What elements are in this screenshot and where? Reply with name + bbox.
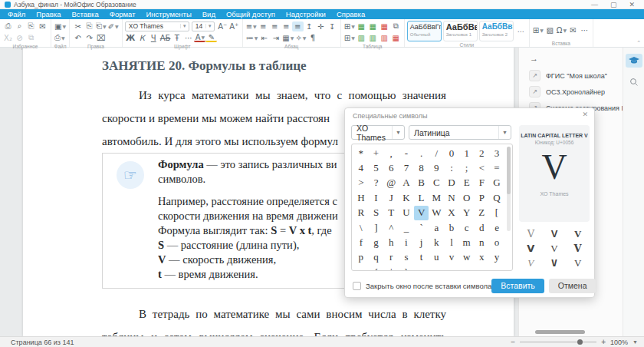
- char-cell[interactable]: \: [353, 220, 369, 235]
- char-cell[interactable]: -: [399, 146, 414, 160]
- style-card-heading2[interactable]: АаБбВвГгЗаголовок 2: [479, 21, 514, 41]
- char-cell[interactable]: i: [399, 235, 414, 250]
- char-cell[interactable]: n: [475, 235, 490, 250]
- char-cell[interactable]: 0: [444, 146, 459, 160]
- align-justify-icon[interactable]: ≡: [292, 21, 304, 31]
- insert-table2-icon[interactable]: ⊞▼: [532, 25, 544, 35]
- char-cell[interactable]: y: [489, 250, 504, 265]
- char-cell[interactable]: [: [489, 206, 504, 220]
- char-cell[interactable]: B: [414, 176, 429, 190]
- char-cell[interactable]: k: [429, 235, 444, 250]
- zoom-slider[interactable]: [520, 342, 596, 342]
- char-cell[interactable]: >: [353, 176, 369, 190]
- char-cell[interactable]: /: [429, 146, 444, 160]
- page-counter[interactable]: Страница 66 из 141: [11, 339, 74, 346]
- add-column-left-icon[interactable]: ▦: [356, 21, 367, 31]
- cancel-button[interactable]: Отмена: [549, 279, 596, 293]
- maximize-button[interactable]: ▢: [610, 0, 617, 9]
- table-grid-icon[interactable]: ⊞▼: [343, 33, 356, 43]
- font-variant-cell[interactable]: V: [543, 241, 567, 256]
- char-cell[interactable]: b: [444, 220, 459, 235]
- char-cell[interactable]: l: [444, 235, 459, 250]
- char-cell[interactable]: J: [383, 190, 399, 205]
- insert-image-icon[interactable]: ▧: [544, 25, 556, 35]
- more-font-icon[interactable]: ⋯: [182, 33, 194, 43]
- char-cell[interactable]: :: [444, 160, 459, 175]
- char-cell[interactable]: q: [369, 250, 384, 265]
- char-cell[interactable]: R: [353, 206, 369, 220]
- font-smaller-icon[interactable]: A⁻: [217, 21, 228, 31]
- menu-item-4[interactable]: Инструменты: [141, 9, 197, 19]
- menu-item-0[interactable]: Файл: [2, 9, 31, 19]
- font-color-icon[interactable]: А▼: [194, 33, 205, 42]
- font-bigger-icon[interactable]: A⁺: [228, 21, 240, 31]
- format-brush-icon[interactable]: ✐▼: [107, 21, 120, 31]
- align-center-icon[interactable]: ≡: [269, 21, 281, 31]
- font-family-select[interactable]: XO Thames▼: [125, 21, 189, 31]
- char-cell[interactable]: 6: [383, 160, 399, 175]
- char-cell[interactable]: 4: [353, 160, 369, 175]
- char-cell[interactable]: r: [383, 250, 399, 265]
- line-spacing-icon[interactable]: ↥: [304, 21, 315, 31]
- delete-column-icon[interactable]: ▦: [379, 21, 390, 31]
- paste-icon[interactable]: ⎗▼: [95, 21, 107, 31]
- highlight-icon[interactable]: ✎: [205, 33, 217, 42]
- menu-item-7[interactable]: Надстройки: [281, 9, 331, 19]
- char-cell[interactable]: E: [459, 176, 475, 190]
- print-icon[interactable]: ⎙▼: [54, 33, 66, 43]
- char-cell[interactable]: M: [429, 190, 444, 205]
- menu-item-5[interactable]: Вид: [197, 9, 221, 19]
- char-cell[interactable]: G: [489, 176, 504, 190]
- style-card-normal[interactable]: АаБбВвГгДОбычный: [407, 21, 442, 41]
- close-button[interactable]: ✕: [629, 0, 635, 9]
- char-cell[interactable]: Y: [459, 206, 475, 220]
- char-cell[interactable]: N: [444, 190, 459, 205]
- menu-item-2[interactable]: Вставка: [66, 9, 104, 19]
- font-variant-cell[interactable]: V: [519, 256, 543, 270]
- pilcrow-icon[interactable]: ¶: [307, 33, 318, 43]
- char-cell[interactable]: A: [399, 176, 414, 190]
- chat-icon[interactable]: ✉: [37, 21, 48, 31]
- font-variant-cell[interactable]: V: [566, 226, 590, 241]
- char-cell[interactable]: +: [369, 146, 384, 160]
- sidebar-item-0[interactable]: ↗ФГИС "Моя школа": [519, 68, 623, 84]
- align-left-icon[interactable]: ≡: [258, 21, 269, 31]
- char-cell[interactable]: 8: [414, 160, 429, 175]
- char-cell[interactable]: 1: [459, 146, 475, 160]
- char-cell[interactable]: U: [399, 206, 414, 220]
- align-right-icon[interactable]: ≡: [281, 21, 292, 31]
- collapse-toolbar-icon[interactable]: ⌃: [636, 40, 641, 345]
- redo-icon[interactable]: ↷: [84, 33, 95, 43]
- font-variant-cell[interactable]: V: [543, 226, 567, 241]
- insert-table-icon[interactable]: ⊞▼: [343, 21, 356, 31]
- char-cell[interactable]: P: [475, 190, 490, 205]
- font-variant-cell[interactable]: V: [543, 256, 567, 270]
- spacing-icon[interactable]: ✛: [315, 21, 327, 31]
- char-cell[interactable]: K: [399, 190, 414, 205]
- char-cell[interactable]: H: [353, 190, 369, 205]
- dialog-font-select[interactable]: XO Thames ▼: [351, 125, 405, 140]
- char-cell[interactable]: d: [475, 220, 490, 235]
- add-row-below-icon[interactable]: ▥: [367, 33, 379, 43]
- char-cell[interactable]: o: [489, 235, 504, 250]
- char-cell[interactable]: x: [475, 250, 490, 265]
- char-cell[interactable]: 9: [429, 160, 444, 175]
- close-after-insert-checkbox[interactable]: [353, 282, 361, 290]
- undo-icon[interactable]: ↶: [72, 33, 84, 43]
- char-cell[interactable]: I: [369, 190, 384, 205]
- char-cell[interactable]: h: [383, 235, 399, 250]
- char-cell[interactable]: O: [459, 190, 475, 205]
- char-cell[interactable]: 2: [475, 146, 490, 160]
- delete-table-icon[interactable]: ▦: [390, 33, 402, 43]
- more-insert-icon[interactable]: ⋯: [579, 25, 590, 35]
- zoom-level[interactable]: 100%: [610, 339, 628, 346]
- char-cell[interactable]: m: [459, 235, 475, 250]
- char-cell[interactable]: F: [475, 176, 490, 190]
- minimize-button[interactable]: —: [591, 0, 598, 9]
- shading-icon[interactable]: ▦▼: [281, 33, 294, 43]
- char-cell[interactable]: z: [353, 265, 369, 271]
- sort-icon[interactable]: ✧▼: [294, 33, 307, 43]
- char-cell[interactable]: 3: [489, 146, 504, 160]
- char-cell[interactable]: Q: [489, 190, 504, 205]
- char-cell[interactable]: L: [414, 190, 429, 205]
